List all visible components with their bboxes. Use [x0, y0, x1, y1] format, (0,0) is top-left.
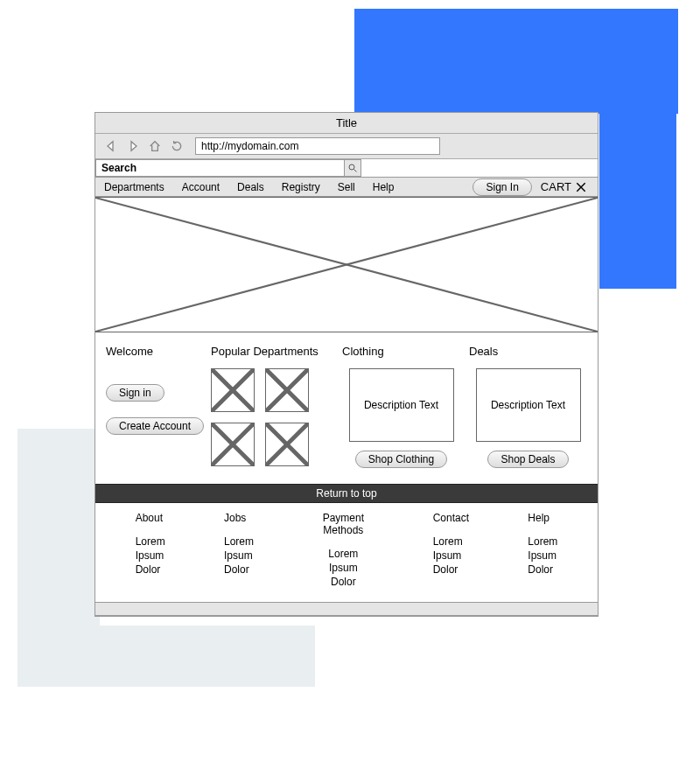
deals-heading: Deals: [469, 345, 498, 358]
signin-button[interactable]: Sign In: [472, 178, 531, 196]
footer-col-contact: Contact Lorem Ipsum Dolor: [433, 512, 469, 590]
clothing-image: Description Text: [349, 368, 454, 442]
svg-point-0: [349, 164, 354, 170]
footer-link[interactable]: Ipsum: [224, 549, 254, 563]
footer-link[interactable]: Ipsum: [136, 549, 165, 563]
browser-window: Title Departments Account Deals: [94, 112, 598, 617]
deals-desc: Description Text: [489, 399, 567, 411]
dept-thumb-1[interactable]: [211, 368, 255, 412]
popular-heading: Popular Departments: [211, 345, 333, 358]
footer-link[interactable]: Dolor: [528, 563, 557, 577]
footer-link[interactable]: Ipsum: [312, 561, 374, 575]
svg-line-1: [354, 170, 356, 172]
footer-head: About: [136, 512, 165, 524]
footer-columns: About Lorem Ipsum Dolor Jobs Lorem Ipsum…: [95, 503, 598, 602]
search-input[interactable]: [95, 159, 344, 177]
url-input[interactable]: [195, 137, 440, 155]
welcome-col: Welcome Sign in Create Account: [106, 345, 202, 468]
footer-head: Contact: [433, 512, 469, 524]
home-icon[interactable]: [146, 137, 164, 155]
shop-deals-button[interactable]: Shop Deals: [487, 451, 568, 468]
clothing-desc: Description Text: [362, 399, 440, 411]
decor-light-bottom: [18, 626, 315, 687]
footer-link[interactable]: Lorem: [136, 535, 165, 549]
footer-link[interactable]: Ipsum: [528, 549, 557, 563]
cart-link[interactable]: CART: [532, 180, 598, 193]
shop-clothing-button[interactable]: Shop Clothing: [355, 451, 447, 468]
menu-account[interactable]: Account: [173, 178, 228, 196]
footer-link[interactable]: Dolor: [224, 563, 254, 577]
footer-col-help: Help Lorem Ipsum Dolor: [528, 512, 557, 590]
menu-registry[interactable]: Registry: [273, 178, 329, 196]
deals-col: Deals Description Text Shop Deals: [469, 345, 587, 468]
return-to-top[interactable]: Return to top: [95, 484, 598, 503]
menu-help[interactable]: Help: [364, 178, 403, 196]
footer-link[interactable]: Ipsum: [433, 549, 469, 563]
footer-head: Help: [528, 512, 557, 524]
search-button[interactable]: [344, 159, 361, 177]
footer-link[interactable]: Dolor: [433, 563, 469, 577]
reload-icon[interactable]: [168, 137, 186, 155]
footer-link[interactable]: Lorem: [224, 535, 254, 549]
footer-link[interactable]: Lorem: [433, 535, 469, 549]
cart-label: CART: [541, 180, 571, 193]
decor-blue-right: [599, 9, 676, 289]
hero-placeholder: [95, 197, 598, 332]
menu-items: Departments Account Deals Registry Sell …: [95, 178, 402, 196]
page-content: Departments Account Deals Registry Sell …: [95, 159, 598, 616]
menu-bar: Departments Account Deals Registry Sell …: [95, 178, 598, 197]
footer-link[interactable]: Dolor: [312, 575, 374, 589]
window-title: Title: [95, 113, 598, 134]
dept-thumb-3[interactable]: [211, 423, 255, 466]
footer-link[interactable]: Lorem: [528, 535, 557, 549]
signin-pill[interactable]: Sign in: [106, 384, 164, 402]
footer-col-about: About Lorem Ipsum Dolor: [136, 512, 165, 590]
dept-thumb-2[interactable]: [265, 368, 309, 412]
sections-row: Welcome Sign in Create Account Popular D…: [95, 332, 598, 484]
footer-bar: [95, 602, 598, 616]
menu-departments[interactable]: Departments: [95, 178, 173, 196]
browser-toolbar: [95, 134, 598, 159]
welcome-heading: Welcome: [106, 345, 202, 358]
footer-link[interactable]: Lorem: [312, 547, 374, 561]
footer-col-jobs: Jobs Lorem Ipsum Dolor: [224, 512, 254, 590]
close-icon: [575, 181, 587, 193]
menu-deals[interactable]: Deals: [228, 178, 273, 196]
clothing-col: Clothing Description Text Shop Clothing: [342, 345, 460, 468]
forward-icon[interactable]: [124, 137, 142, 155]
clothing-heading: Clothing: [342, 345, 384, 358]
menu-sell[interactable]: Sell: [329, 178, 364, 196]
create-account-button[interactable]: Create Account: [106, 417, 204, 435]
deals-image: Description Text: [476, 368, 581, 442]
search-row: [95, 159, 598, 178]
popular-col: Popular Departments: [211, 345, 333, 468]
footer-head: Payment Methods: [312, 512, 374, 536]
footer-head: Jobs: [224, 512, 254, 524]
footer-col-payment: Payment Methods Lorem Ipsum Dolor: [312, 512, 374, 590]
footer-link[interactable]: Dolor: [136, 563, 165, 577]
dept-thumb-4[interactable]: [265, 423, 309, 466]
back-icon[interactable]: [102, 137, 120, 155]
